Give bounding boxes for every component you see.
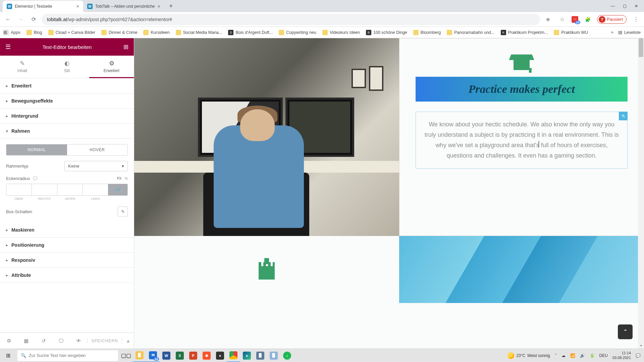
- bookmark-star-icon[interactable]: ☆: [557, 15, 567, 24]
- start-button[interactable]: ⊞: [0, 349, 16, 362]
- taskbar-app-word[interactable]: W: [160, 349, 173, 362]
- volume-icon[interactable]: 🔊: [580, 353, 585, 358]
- bookmarks-overflow[interactable]: »: [611, 30, 613, 35]
- browser-tab-inactive[interactable]: W TobiTalk – Aktien und persönliche ×: [83, 1, 164, 12]
- bookmark-item[interactable]: Kursideen: [143, 30, 169, 35]
- link-values-button[interactable]: 🔗: [108, 184, 127, 195]
- bookmark-item[interactable]: B100 schöne Dinge: [366, 30, 407, 35]
- section-positionierung[interactable]: ▸Positionierung: [0, 238, 134, 253]
- reading-list-button[interactable]: ▤Leseliste: [618, 30, 641, 35]
- taskbar-app-obs[interactable]: ●: [213, 349, 227, 362]
- preview-button[interactable]: 👁: [70, 338, 87, 344]
- preview-heading-widget[interactable]: Practice makes perfect: [416, 77, 628, 102]
- browser-tab-active[interactable]: W Elementor | Testseite ×: [3, 1, 83, 12]
- preview-column-left[interactable]: ▯▯: [134, 38, 399, 236]
- scroll-down-arrow[interactable]: ▾: [638, 343, 644, 349]
- section-hintergrund[interactable]: ▸Hintergrund: [0, 109, 134, 124]
- close-window-icon[interactable]: ✕: [635, 4, 638, 8]
- preview-column-bottom-left[interactable]: [134, 236, 399, 303]
- back-button[interactable]: ←: [3, 15, 13, 24]
- new-tab-button[interactable]: +: [166, 1, 176, 11]
- radius-unten-input[interactable]: [57, 184, 83, 195]
- taskbar-app-excel[interactable]: X: [173, 349, 186, 362]
- section-maskieren[interactable]: ▸Maskieren: [0, 223, 134, 238]
- unit-percent[interactable]: %: [125, 177, 128, 180]
- hamburger-icon[interactable]: ☰: [5, 43, 11, 51]
- task-view-button[interactable]: ▢▢: [119, 349, 133, 362]
- section-attribute[interactable]: ▸Attribute: [0, 268, 134, 283]
- state-normal[interactable]: NORMAL: [6, 144, 67, 155]
- taskbar-search[interactable]: 🔍 Zur Suche Text hier eingeben: [17, 350, 118, 361]
- widgets-grid-icon[interactable]: ⊞: [123, 43, 128, 51]
- bookmark-item[interactable]: Cload + Canva Bilder: [48, 30, 95, 35]
- taskbar-app-generic1[interactable]: ▉: [254, 349, 267, 362]
- weather-widget[interactable]: 23°C Meist sonnig: [507, 352, 550, 359]
- taskbar-app-outlook[interactable]: ✉: [146, 349, 160, 362]
- save-button[interactable]: SPEICHERN: [87, 339, 122, 343]
- history-button[interactable]: ↺: [35, 338, 52, 344]
- bookmark-item[interactable]: Dinner & Crime: [101, 30, 137, 35]
- bookmark-item[interactable]: Panoramabahn und...: [447, 30, 494, 35]
- section-responsiv[interactable]: ▸Responsiv: [0, 253, 134, 268]
- bookmark-item[interactable]: Blog: [26, 30, 42, 35]
- section-erweitert[interactable]: ▸Erweitert: [0, 78, 134, 94]
- taskbar-app-spotify[interactable]: ♪: [280, 349, 294, 362]
- scrollbar-thumb[interactable]: [639, 38, 643, 57]
- onedrive-icon[interactable]: ☁: [561, 353, 566, 358]
- preview-image-bottom-right[interactable]: [399, 236, 644, 303]
- save-options-button[interactable]: ▴: [122, 338, 134, 344]
- scroll-to-top-button[interactable]: ⌃: [618, 324, 633, 339]
- profile-paused-button[interactable]: T Pausiert: [597, 15, 627, 24]
- wifi-icon[interactable]: 📶: [570, 353, 575, 358]
- taskbar-app-notepad[interactable]: ▉: [267, 349, 280, 362]
- bookmark-item[interactable]: DBois d'Argent Duft...: [228, 30, 273, 35]
- notifications-icon[interactable]: 💬: [636, 353, 641, 358]
- tray-chevron-icon[interactable]: ˄: [555, 353, 557, 358]
- paragraph-text[interactable]: We know about your hectic schedule. We a…: [423, 119, 620, 161]
- close-icon[interactable]: ×: [157, 4, 160, 9]
- radius-links-input[interactable]: [83, 184, 108, 195]
- close-icon[interactable]: ×: [76, 4, 79, 9]
- reload-button[interactable]: ⟳: [29, 15, 38, 24]
- taskbar-app-powerpoint[interactable]: P: [186, 349, 200, 362]
- rahmentyp-select[interactable]: Keine ▾: [64, 161, 128, 171]
- section-rahmen[interactable]: ▾Rahmen: [0, 124, 134, 139]
- bookmark-item[interactable]: Praktikum WU: [554, 30, 588, 35]
- radius-rechts-input[interactable]: [32, 184, 57, 195]
- apps-button[interactable]: ⊞Apps: [3, 30, 20, 35]
- menu-icon[interactable]: ⋮: [631, 15, 641, 24]
- minimize-icon[interactable]: —: [611, 4, 615, 8]
- boxschatten-edit-button[interactable]: ✎: [118, 206, 128, 217]
- bookmark-item[interactable]: NPraktikum Projektm...: [501, 30, 548, 35]
- navigator-button[interactable]: ▦: [17, 338, 35, 344]
- bookmark-item[interactable]: Bloomberg: [413, 30, 441, 35]
- settings-button[interactable]: ⚙: [0, 338, 17, 344]
- maximize-icon[interactable]: ▢: [623, 4, 627, 8]
- tab-stil[interactable]: ◐Stil: [45, 56, 89, 78]
- extensions-icon[interactable]: 🧩: [583, 15, 592, 24]
- bookmark-item[interactable]: Copywriting neu: [279, 30, 316, 35]
- taskbar-app-explorer[interactable]: ▉: [133, 349, 146, 362]
- state-hover[interactable]: HOVER: [67, 144, 128, 155]
- responsive-mode-button[interactable]: 🖵: [52, 338, 70, 344]
- vertical-scrollbar[interactable]: ▴ ▾: [638, 38, 644, 349]
- url-input[interactable]: tobitalk.at/wp-admin/post.php?post=627&a…: [42, 14, 540, 25]
- bookmark-item[interactable]: Social Media Mana...: [176, 30, 222, 35]
- tab-inhalt[interactable]: ✎Inhalt: [0, 56, 45, 78]
- responsive-icon[interactable]: 🖵: [33, 176, 37, 181]
- widget-edit-button[interactable]: ✎: [619, 112, 628, 120]
- taskbar-clock[interactable]: 11:14 03.08.2021: [612, 351, 631, 360]
- language-indicator[interactable]: DEU: [599, 353, 608, 358]
- taskbar-app-chrome[interactable]: [227, 349, 240, 362]
- bookmark-item[interactable]: Videokurs Ideen: [322, 30, 360, 35]
- section-bewegung[interactable]: ▸Bewegungseffekte: [0, 94, 134, 109]
- extension-lastpass-icon[interactable]: ···: [572, 16, 578, 23]
- battery-icon[interactable]: 🔋: [590, 353, 595, 358]
- preview-text-editor-widget[interactable]: ✎ We know about your hectic schedule. We…: [416, 112, 628, 169]
- taskbar-app-brave[interactable]: ◆: [200, 349, 213, 362]
- preview-column-right[interactable]: Practice makes perfect ✎ We know about y…: [399, 38, 644, 236]
- zoom-icon[interactable]: ⊕: [543, 15, 553, 24]
- radius-oben-input[interactable]: [6, 184, 32, 195]
- tab-erweitert[interactable]: ⚙Erweitert: [89, 56, 134, 78]
- taskbar-app-edge[interactable]: e: [240, 349, 254, 362]
